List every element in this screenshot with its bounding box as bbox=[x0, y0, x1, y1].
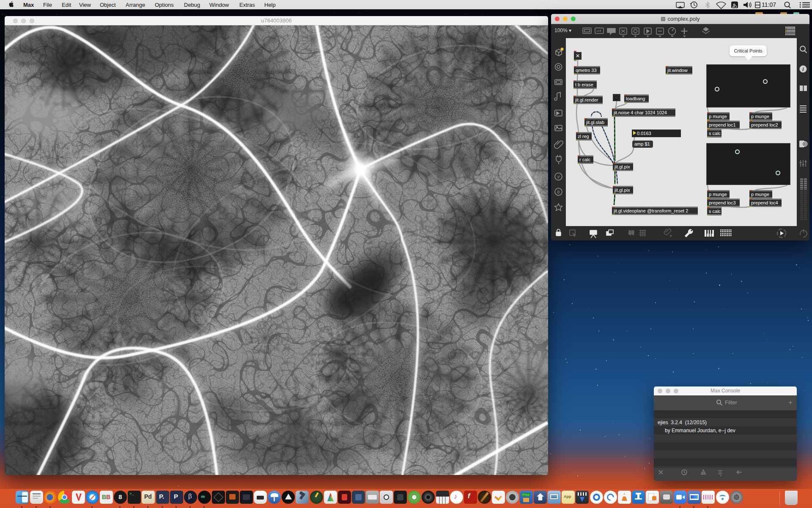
svg-text:あ: あ bbox=[732, 3, 737, 8]
svg-text:b: b bbox=[557, 190, 560, 194]
svg-text:v: v bbox=[557, 174, 560, 179]
